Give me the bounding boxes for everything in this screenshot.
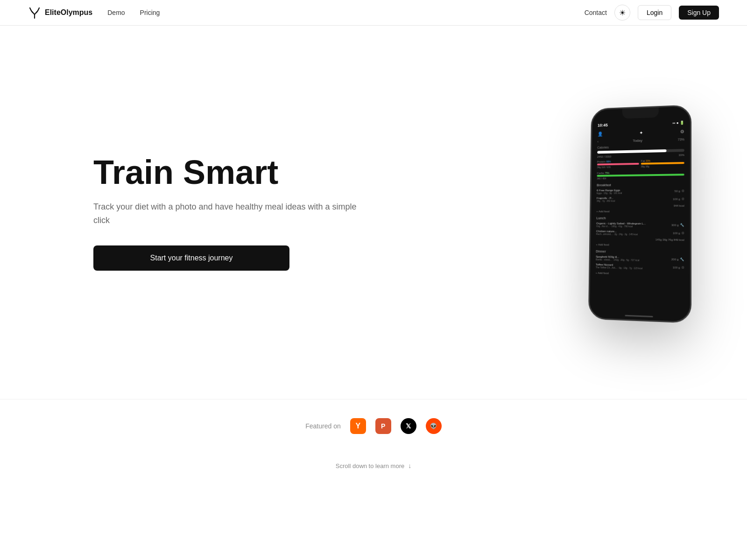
phone-status-bar: 10:45 ▪▪ ● 🔋	[595, 120, 687, 127]
phone-app-header: 👤 ✦ ⚙	[595, 128, 687, 138]
hero-right: 10:45 ▪▪ ● 🔋 👤 ✦ ⚙ ‹ Today 73% Calories	[588, 105, 691, 320]
hero-subtitle: Track your diet with a photo and have he…	[93, 200, 374, 227]
hero-cta-button[interactable]: Start your fitness journey	[93, 245, 289, 271]
breakfast-item-1: 6 Free Range Eggs Eggs · 13g · 3g · 131 …	[594, 188, 687, 195]
phone-cal-pct: 33%	[679, 154, 684, 156]
hero-title: Train Smart	[93, 154, 374, 191]
nav-right: Contact ☀ Login Sign Up	[585, 5, 719, 21]
navbar: EliteOlympus Demo Pricing Contact ☀ Logi…	[0, 0, 747, 26]
dinner-add-food: + Add food	[593, 271, 687, 278]
featured-label: Featured on	[305, 422, 341, 430]
lunch-label: Lunch	[593, 215, 687, 220]
phone-mockup: 10:45 ▪▪ ● 🔋 👤 ✦ ⚙ ‹ Today 73% Calories	[588, 105, 691, 323]
lunch-total: 145g 36g 76g 849 kcal	[593, 237, 687, 242]
phone-calories-bar	[597, 149, 684, 154]
phone-volume-up	[590, 154, 592, 167]
scroll-label: Scroll down to learn more	[336, 462, 404, 469]
featured-reddit[interactable]: 👽	[426, 418, 442, 434]
phone-fat-macro: Fat 33% 30g 10g	[641, 159, 684, 168]
phone-profile-icon: 👤	[598, 132, 603, 137]
phone-progress-pct: 73%	[678, 138, 684, 141]
phone-notch	[622, 107, 659, 119]
hero-left: Train Smart Track your diet with a photo…	[93, 154, 374, 271]
phone-power-button	[690, 162, 691, 176]
breakfast-item-2: Fraprolls - P... 34g · 7g · 282 kcal 100…	[594, 196, 687, 203]
dinner-label: Dinner	[593, 248, 687, 255]
phone-carbs-row: Carbs 75% 340 / 454	[594, 169, 687, 181]
login-button[interactable]: Login	[638, 5, 671, 20]
lunch-item-2: Chicken nature... Rach...almond... · 2g …	[593, 229, 687, 237]
logo[interactable]: EliteOlympus	[28, 6, 92, 19]
phone-cal-current: 2452 / 3310	[597, 155, 611, 158]
featured-section: Featured on Y P 𝕏 👽	[0, 399, 747, 453]
phone-time: 10:45	[598, 123, 608, 127]
featured-twitter[interactable]: 𝕏	[401, 418, 416, 434]
phone-protein-macro: Protein 86% 34g 112 / 131	[597, 160, 639, 168]
scroll-section: Scroll down to learn more ↓	[0, 453, 747, 488]
phone-macros-row: Protein 86% 34g 112 / 131 Fat 33% 30g 10…	[594, 158, 687, 169]
scroll-arrow: ↓	[408, 462, 411, 469]
lunch-add-food: + Add food	[593, 242, 687, 248]
dinner-item-2: Toffee Nizzard The Toffee Ch...Ark... · …	[593, 263, 687, 271]
phone-calories-fill	[597, 149, 666, 154]
nav-left: EliteOlympus Demo Pricing	[28, 6, 160, 19]
phone-calories-label: Calories	[595, 144, 687, 149]
nav-demo[interactable]: Demo	[107, 9, 125, 16]
phone-calories-numbers: 2452 / 3310 33%	[594, 154, 687, 158]
nav-pricing[interactable]: Pricing	[140, 9, 160, 16]
theme-toggle-button[interactable]: ☀	[614, 5, 630, 21]
breakfast-add-food: + Add food	[594, 209, 687, 214]
hero-section: Train Smart Track your diet with a photo…	[0, 26, 747, 399]
breakfast-label: Breakfast	[594, 181, 687, 187]
phone-carbs-macro: Carbs 75% 340 / 454	[597, 170, 684, 180]
phone-app-logo: ✦	[639, 130, 643, 135]
breakfast-total: 944 kcal	[594, 204, 687, 208]
brand-name: EliteOlympus	[45, 8, 92, 17]
featured-hackernews[interactable]: Y	[350, 418, 366, 434]
logo-icon	[28, 6, 41, 19]
featured-producthunt[interactable]: P	[375, 418, 391, 434]
signup-button[interactable]: Sign Up	[679, 6, 719, 20]
phone-status-icons: ▪▪ ● 🔋	[673, 120, 684, 125]
nav-contact[interactable]: Contact	[585, 9, 607, 16]
phone-screen: 10:45 ▪▪ ● 🔋 👤 ✦ ⚙ ‹ Today 73% Calories	[590, 106, 690, 322]
dinner-item-1: Spaghetti 500g til... Barilla · silved..…	[593, 255, 687, 263]
lunch-item-1: Organic - Lightly Salted - Wholegrain L.…	[593, 222, 687, 229]
phone-today-label: Today	[599, 138, 678, 144]
phone-volume-down	[590, 172, 592, 181]
phone-settings-icon: ⚙	[680, 129, 684, 134]
